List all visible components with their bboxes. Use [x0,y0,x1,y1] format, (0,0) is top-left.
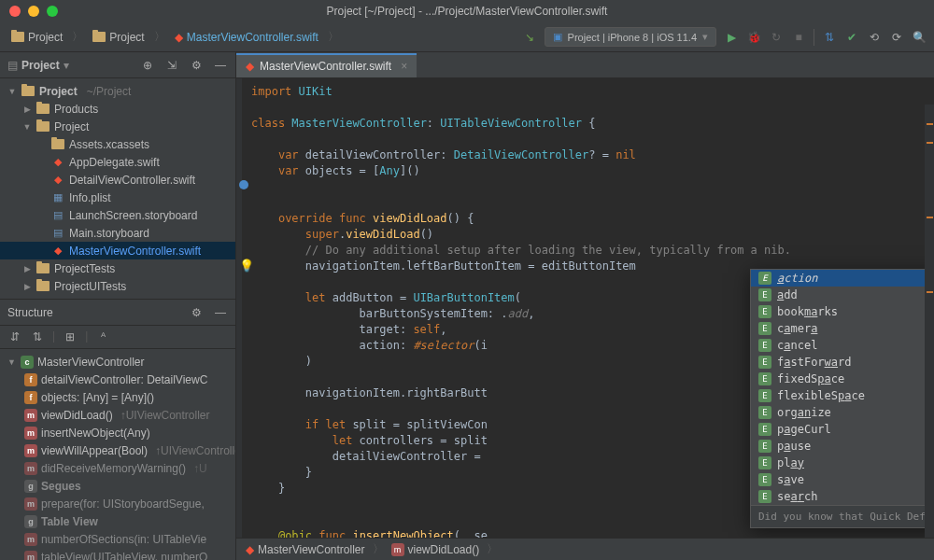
tree-item-products[interactable]: ▶Products [0,100,235,118]
breadcrumb: Project 〉 Project 〉 ◆MasterViewControlle… [7,29,341,46]
project-panel-header: ▤ Project ▾ ⊕ ⇲ ⚙ — [0,52,235,78]
tree-item-appdelegate-swift[interactable]: ◆AppDelegate.swift [0,153,235,171]
completion-item-pause[interactable]: EpauseUIBarButtonSystemItem [751,438,934,455]
structure-item[interactable]: ▼cMasterViewController [0,353,235,371]
left-panel: ▤ Project ▾ ⊕ ⇲ ⚙ — ▼Project~/Project▶Pr… [0,52,236,560]
breadcrumb-class[interactable]: ◆MasterViewController [246,543,365,556]
tree-item-projectuitests[interactable]: ▶ProjectUITests [0,277,235,295]
target-icon[interactable]: ⊕ [140,58,155,73]
structure-item[interactable]: fdetailViewController: DetailViewC [0,371,235,388]
structure-header: Structure ⚙ — [0,300,235,326]
completion-item-camera[interactable]: EcameraUIBarButtonSystemItem [751,320,934,337]
undo-icon[interactable]: ⟲ [867,30,882,45]
breadcrumb-method[interactable]: mviewDidLoad() [391,543,480,556]
marker-bar[interactable] [925,105,934,538]
tree-item-project[interactable]: ▼Project [0,118,235,135]
completion-item-fastForward[interactable]: EfastForwardUIBarButtonSystemItem [751,354,934,371]
debug-icon[interactable]: 🐞 [746,30,761,45]
completion-item-action[interactable]: EactionUIBarButtonSystemItem [751,270,934,287]
folder-icon [11,32,24,42]
hide-icon[interactable]: — [213,305,228,320]
editor: ◆ MasterViewController.swift × 💡 import … [236,52,934,560]
check-icon[interactable]: ✔ [844,30,859,45]
completion-item-search[interactable]: EsearchUIBarButtonSystemItem [751,488,934,505]
structure-toolbar: ⇵ ⇅ | ⊞ | ᴬ [0,326,235,349]
hammer-icon[interactable]: ↘ [522,30,537,45]
intention-bulb-icon[interactable]: 💡 [239,258,254,273]
minimize-window-button[interactable] [28,6,39,17]
gear-icon[interactable]: ⚙ [189,305,204,320]
close-window-button[interactable] [9,6,21,17]
toolbar-right: ↘ ▣ Project | iPhone 8 | iOS 11.4 ▾ ▶ 🐞 … [522,27,927,47]
structure-item[interactable]: mviewDidLoad()↑UIViewController [0,406,235,424]
tree-item-detailviewcontroller-swift[interactable]: ◆DetailViewController.swift [0,171,235,189]
run-icon[interactable]: ▶ [724,30,739,45]
checklist-icon[interactable]: ⇅ [822,30,837,45]
filter-icon[interactable]: ⇅ [30,329,45,344]
code-area[interactable]: 💡 import UIKit class MasterViewControlle… [236,78,934,560]
run-configuration-select[interactable]: ▣ Project | iPhone 8 | iOS 11.4 ▾ [545,27,716,47]
gutter[interactable]: 💡 [236,78,242,560]
breadcrumb-project[interactable]: Project [7,29,66,46]
completion-item-flexibleSpace[interactable]: EflexibleSpaceUIBarButtonSystemItem [751,387,934,404]
tree-item-launchscreen-storyboard[interactable]: ▤LaunchScreen.storyboard [0,206,235,224]
editor-tabs: ◆ MasterViewController.swift × [236,52,934,78]
code-completion-popup[interactable]: EactionUIBarButtonSystemItemEaddUIBarBut… [750,269,934,528]
structure-item[interactable]: gSegues [0,477,235,495]
collapse-icon[interactable]: ⇲ [164,58,179,73]
completion-item-add[interactable]: EaddUIBarButtonSystemItem [751,287,934,303]
tree-item-masterviewcontroller-swift[interactable]: ◆MasterViewController.swift [0,242,235,259]
completion-item-bookmarks[interactable]: EbookmarksUIBarButtonSystemItem [751,303,934,320]
completion-item-play[interactable]: EplayUIBarButtonSystemItem [751,455,934,471]
structure-panel: Structure ⚙ — ⇵ ⇅ | ⊞ | ᴬ ▼cMasterViewCo… [0,299,235,560]
stop-icon[interactable]: ■ [791,30,806,45]
completion-item-pageCurl[interactable]: EpageCurlUIBarButtonSystemItem [751,421,934,438]
completion-item-fixedSpace[interactable]: EfixedSpaceUIBarButtonSystemItem [751,371,934,387]
completion-item-cancel[interactable]: EcancelUIBarButtonSystemItem [751,337,934,354]
breakpoint-icon[interactable] [239,180,248,189]
folder-icon [92,32,106,42]
close-icon[interactable]: × [401,60,407,73]
tab-masterviewcontroller[interactable]: ◆ MasterViewController.swift × [236,53,417,77]
completion-footer: Did you know that Quick Definition View … [751,505,934,527]
window-controls [9,6,58,17]
tree-item-assets-xcassets[interactable]: Assets.xcassets [0,135,235,153]
breadcrumb-folder[interactable]: Project [89,29,148,46]
project-tree[interactable]: ▼Project~/Project▶Products▼ProjectAssets… [0,78,235,299]
editor-breadcrumb-bar: ◆MasterViewController 〉 mviewDidLoad() 〉 [236,538,934,560]
structure-item[interactable]: mdidReceiveMemoryWarning()↑U [0,459,235,477]
tree-item-info-plist[interactable]: ▦Info.plist [0,189,235,206]
structure-item[interactable]: mtableView(UITableView, numberO [0,548,235,560]
structure-item[interactable]: gTable View [0,512,235,530]
sort-icon[interactable]: ⇵ [7,329,22,344]
structure-item[interactable]: minsertNewObject(Any) [0,424,235,441]
tree-item-projecttests[interactable]: ▶ProjectTests [0,259,235,277]
stop-icon[interactable]: ↻ [769,30,784,45]
expand-icon[interactable]: ⊞ [63,329,78,344]
structure-item[interactable]: mprepare(for: UIStoryboardSegue, [0,495,235,512]
breadcrumb-file[interactable]: ◆MasterViewController.swift [171,29,322,46]
structure-tree[interactable]: ▼cMasterViewControllerfdetailViewControl… [0,349,235,560]
hide-icon[interactable]: — [213,58,228,73]
tree-item-project[interactable]: ▼Project~/Project [0,82,235,100]
structure-item[interactable]: fobjects: [Any] = [Any]() [0,388,235,406]
sort-alpha-icon[interactable]: ᴬ [95,329,110,344]
window-title: Project [~/Project] - .../Project/Master… [327,5,608,18]
navigation-bar: Project 〉 Project 〉 ◆MasterViewControlle… [0,22,934,52]
gear-icon[interactable]: ⚙ [189,58,204,73]
structure-item[interactable]: mnumberOfSections(in: UITableVie [0,530,235,548]
swift-icon: ◆ [246,60,254,73]
titlebar: Project [~/Project] - .../Project/Master… [0,0,934,22]
maximize-window-button[interactable] [47,6,58,17]
completion-item-organize[interactable]: EorganizeUIBarButtonSystemItem [751,404,934,421]
completion-item-save[interactable]: EsaveUIBarButtonSystemItem [751,471,934,488]
structure-item[interactable]: mviewWillAppear(Bool)↑UIViewController [0,441,235,459]
redo-icon[interactable]: ⟳ [889,30,904,45]
tree-item-main-storyboard[interactable]: ▤Main.storyboard [0,224,235,242]
search-icon[interactable]: 🔍 [912,30,927,45]
